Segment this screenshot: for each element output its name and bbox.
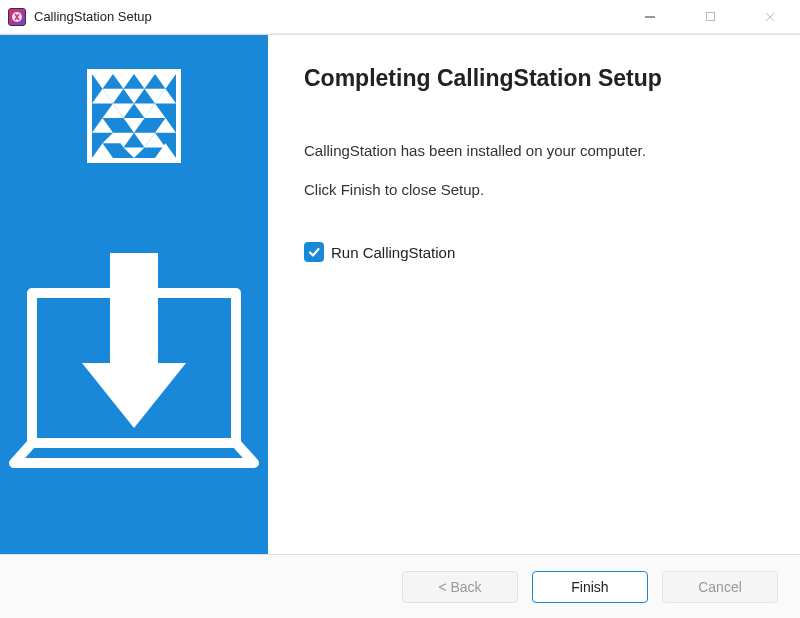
window-title: CallingStation Setup: [34, 9, 620, 24]
svg-rect-2: [706, 13, 714, 21]
run-checkbox-row[interactable]: Run CallingStation: [304, 242, 764, 262]
logo-icon: [87, 69, 181, 163]
titlebar: CallingStation Setup: [0, 0, 800, 34]
footer-buttons: < Back Finish Cancel: [0, 554, 800, 618]
content-area: Completing CallingStation Setup CallingS…: [0, 34, 800, 554]
instruction-text: Click Finish to close Setup.: [304, 179, 764, 200]
sidebar-banner: [0, 35, 268, 554]
install-complete-text: CallingStation has been installed on you…: [304, 140, 764, 161]
finish-button[interactable]: Finish: [532, 571, 648, 603]
close-button: [740, 0, 800, 33]
cancel-button: Cancel: [662, 571, 778, 603]
maximize-button: [680, 0, 740, 33]
app-icon: [8, 8, 26, 26]
main-panel: Completing CallingStation Setup CallingS…: [268, 35, 800, 554]
run-checkbox-label: Run CallingStation: [331, 244, 455, 261]
svg-rect-29: [110, 253, 158, 373]
minimize-button[interactable]: [620, 0, 680, 33]
run-checkbox[interactable]: [304, 242, 324, 262]
svg-marker-30: [82, 363, 186, 428]
window-controls: [620, 0, 800, 33]
back-button: < Back: [402, 571, 518, 603]
laptop-download-icon: [0, 203, 268, 554]
page-heading: Completing CallingStation Setup: [304, 65, 764, 92]
